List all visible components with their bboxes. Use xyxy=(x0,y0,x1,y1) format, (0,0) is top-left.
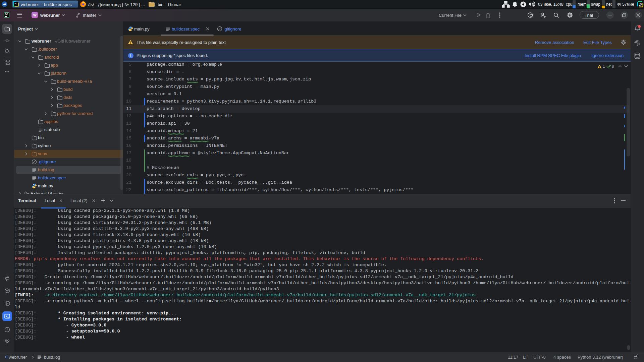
svg-text:PC: PC xyxy=(15,3,17,5)
svg-text:PC: PC xyxy=(639,3,642,5)
